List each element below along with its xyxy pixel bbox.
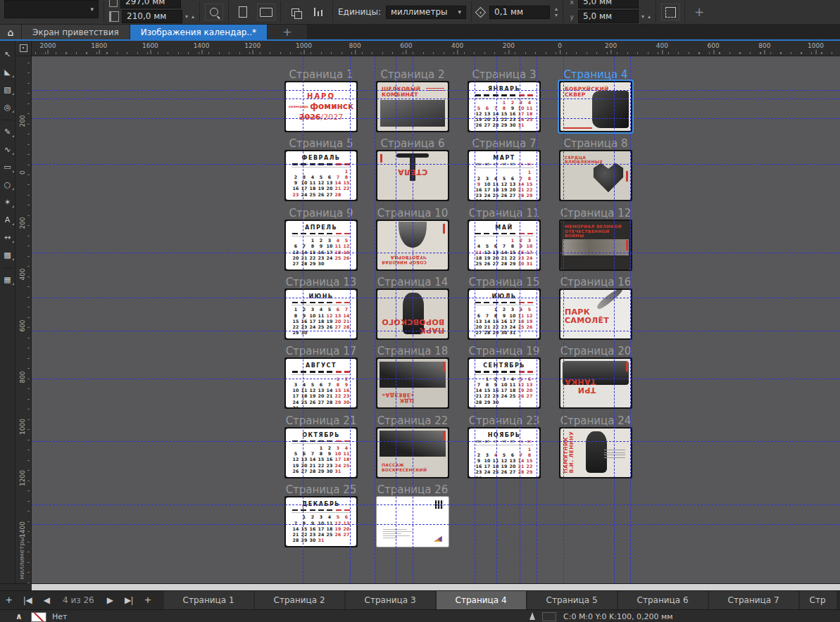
calendar-day: 24 xyxy=(334,463,342,469)
page-width-field[interactable]: 297,0 мм xyxy=(120,0,181,8)
decrement-icon[interactable] xyxy=(185,14,188,20)
add-page-button-2[interactable]: + xyxy=(139,594,156,607)
horizontal-guide[interactable] xyxy=(32,99,840,99)
horizontal-guide[interactable] xyxy=(32,524,840,525)
horizontal-scrollbar[interactable] xyxy=(32,583,840,590)
horizontal-guide[interactable] xyxy=(32,253,840,253)
page-thumbnail[interactable]: ПАРКСАМОЛЁТ xyxy=(559,288,632,340)
page-thumbnail[interactable]: ЯНВАРЬ1234567891011121314151617181920212… xyxy=(468,81,541,132)
page-thumbnail[interactable]: ИЮЛЬ123456789101112131415161718192021222… xyxy=(468,288,541,340)
previous-page-button[interactable]: ◀ xyxy=(38,595,56,605)
ellipse-tool-icon[interactable]: ○ xyxy=(2,179,13,191)
horizontal-guide[interactable] xyxy=(32,441,840,442)
page-thumbnail[interactable]: ТРИТАНКА xyxy=(559,357,632,409)
horizontal-guide[interactable] xyxy=(32,379,840,379)
page-size-preset-dropdown[interactable] xyxy=(4,0,99,18)
horizontal-guide[interactable] xyxy=(32,118,840,119)
horizontal-ruler[interactable]: 2000180016001400120010008006004002000200… xyxy=(32,41,840,56)
page-thumbnail[interactable]: ИЮНЬ123456789101112131415161718192021222… xyxy=(284,288,358,340)
shadow-tool-icon[interactable]: ▩ xyxy=(2,250,13,261)
empty-cell xyxy=(292,445,300,451)
artistic-media-tool-icon[interactable]: ∿ xyxy=(2,144,13,156)
crop-tool-icon[interactable]: ▧ xyxy=(2,84,13,96)
page-tab-4[interactable]: Страница 4 xyxy=(437,591,526,609)
outline-color-swatch[interactable] xyxy=(542,612,556,621)
tab-welcome-screen[interactable]: Экран приветствия xyxy=(22,25,130,39)
page-thumbnail[interactable]: НАРОкалендарьфоминск2026/2027 xyxy=(284,81,358,132)
page-height-field[interactable]: 210,0 мм xyxy=(122,10,182,23)
treat-as-filled-button[interactable] xyxy=(661,4,679,20)
page-thumbnail[interactable]: МАРТПНВТСРЧТПТСБВС1234567891011121314151… xyxy=(468,150,541,201)
landscape-orientation-button[interactable] xyxy=(257,4,275,20)
nudge-spinner[interactable] xyxy=(555,6,558,18)
duplicate-spinner[interactable] xyxy=(641,14,651,20)
freehand-tool-icon[interactable]: ✎ xyxy=(2,127,13,138)
decrement-icon[interactable] xyxy=(555,13,558,18)
decrement-icon[interactable] xyxy=(641,14,644,20)
customize-toolbar-add-icon[interactable] xyxy=(690,5,708,19)
horizontal-guide[interactable] xyxy=(32,504,840,505)
tab-calendar-document[interactable]: Изображения календар..* xyxy=(130,25,267,39)
page-thumbnail[interactable]: БОБРУЙСКИЙСКВЕР xyxy=(559,81,632,132)
polygon-tool-icon[interactable]: ✶ xyxy=(2,197,13,208)
page-thumbnail[interactable]: СЕНТЯБРЬ12345678910111213141516171819202… xyxy=(468,357,541,409)
page-thumbnail[interactable]: МЕМОРИАЛ ВЕЛИКОЙОТЕЧЕСТВЕННОЙВОЙНЫ xyxy=(559,220,632,271)
horizontal-guide[interactable] xyxy=(32,164,840,165)
page-tab-5[interactable]: Страница 5 xyxy=(527,591,617,609)
units-dropdown[interactable]: миллиметры xyxy=(386,6,466,19)
nudge-offset-field[interactable]: 0,1 мм xyxy=(489,6,550,19)
horizontal-guide[interactable] xyxy=(32,298,840,298)
zoom-tool-icon[interactable]: ◎ xyxy=(2,102,13,113)
last-page-button[interactable]: ▶| xyxy=(119,595,139,605)
page-height-spinner[interactable] xyxy=(185,14,194,20)
calendar-day: 13 xyxy=(317,388,325,393)
all-pages-layout-button[interactable] xyxy=(286,4,304,20)
new-document-tab-button[interactable]: + xyxy=(268,25,307,39)
dimension-tool-icon[interactable]: ↔ xyxy=(2,232,13,243)
ruler-origin-button[interactable] xyxy=(15,41,32,56)
vertical-ruler[interactable]: миллиметры 2000200400600800100012001400 xyxy=(15,56,32,583)
page-thumbnail[interactable]: МАЙ1234567891011121314151617181920212223… xyxy=(468,220,541,271)
page-thumbnail[interactable]: АПРЕЛЬ1234567891011121314151617181920212… xyxy=(284,220,358,271)
next-page-button[interactable]: ▶ xyxy=(101,595,119,605)
page-tab-8[interactable]: Стр xyxy=(800,591,836,609)
horizontal-guide[interactable] xyxy=(32,90,840,91)
portrait-orientation-button[interactable] xyxy=(234,4,252,20)
page-thumbnail[interactable]: ПАМЯТНИКВ.И. ЛЕНИНУ xyxy=(559,427,632,478)
page-thumbnail[interactable]: СЕРДЦАВЛЮБЛЕННЫХ xyxy=(559,150,632,201)
calendar-month-title: СЕНТЯБРЬ xyxy=(469,362,539,369)
calendar-day: 13 xyxy=(300,457,308,462)
duplicate-x-field[interactable]: 5,0 мм xyxy=(578,0,639,8)
first-page-button[interactable]: |◀ xyxy=(18,595,37,605)
shape-tool-icon[interactable]: ◣ xyxy=(2,67,13,78)
home-tab[interactable]: ⌂ xyxy=(0,25,21,39)
increment-icon[interactable] xyxy=(192,14,194,20)
increment-icon[interactable] xyxy=(555,6,558,12)
zoom-options-button[interactable] xyxy=(205,4,223,20)
page-thumbnail[interactable]: АВГУСТ1234567891011121314151617181920212… xyxy=(284,357,358,409)
fill-tool-icon[interactable]: ▦ xyxy=(2,274,13,286)
increment-icon[interactable] xyxy=(648,14,651,20)
duplicate-y-field[interactable]: 5,0 мм xyxy=(578,10,639,23)
calendar-day: 8 xyxy=(317,451,325,457)
fill-none-swatch[interactable] xyxy=(31,612,46,622)
calendar-day: 26 xyxy=(292,469,300,474)
page-layers-button[interactable] xyxy=(309,4,327,20)
pick-tool-icon[interactable]: ↖ xyxy=(2,49,13,61)
page-tab-1[interactable]: Страница 1 xyxy=(164,591,253,609)
page-thumbnail[interactable]: НОЯБРЬПНВТСРЧТПТСБВС12345678910111213141… xyxy=(468,427,541,478)
dash-mark xyxy=(527,302,533,304)
text-tool-icon[interactable]: A xyxy=(2,215,13,226)
page-thumbnail[interactable]: ДЕКАБРЬ123456789101112131415161718192021… xyxy=(284,496,358,547)
page-tab-3[interactable]: Страница 3 xyxy=(346,591,435,609)
horizontal-guide[interactable] xyxy=(32,331,840,331)
drawing-canvas[interactable]: Страница 1НАРОкалендарьфоминск2026/2027С… xyxy=(32,56,840,583)
page-thumbnail[interactable]: ФЕВРАЛЬ123456789101112131415161718192021… xyxy=(284,150,358,201)
page-thumbnail[interactable]: ОКТЯБРЬ123456789101112131415161718192021… xyxy=(284,427,358,478)
rectangle-tool-icon[interactable]: ▭ xyxy=(2,162,13,173)
status-expander-icon[interactable]: ∧ xyxy=(15,611,23,621)
page-tab-6[interactable]: Страница 6 xyxy=(618,591,708,609)
page-tab-2[interactable]: Страница 2 xyxy=(255,591,344,609)
add-page-button[interactable]: + xyxy=(0,594,18,607)
page-tab-7[interactable]: Страница 7 xyxy=(709,591,798,609)
